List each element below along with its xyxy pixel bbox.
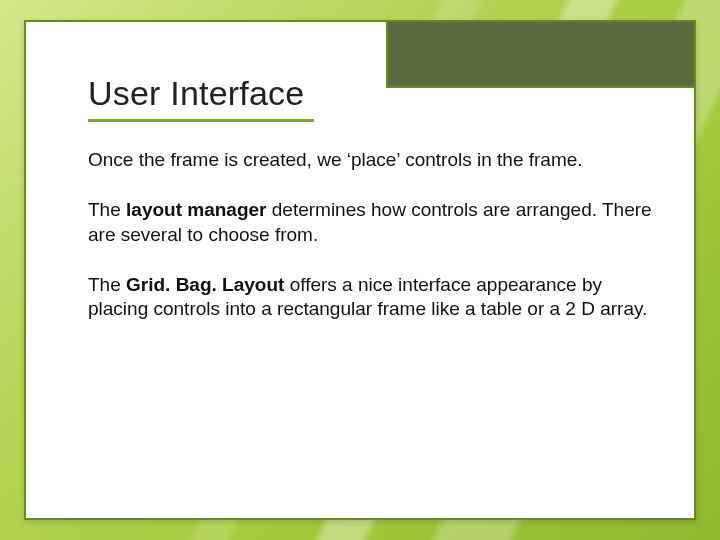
paragraph-3: The Grid. Bag. Layout offers a nice inte… (88, 273, 654, 322)
paragraph-2-pre: The (88, 199, 126, 220)
paragraph-1: Once the frame is created, we ‘place’ co… (88, 148, 654, 172)
paragraph-3-pre: The (88, 274, 126, 295)
paragraph-3-bold: Grid. Bag. Layout (126, 274, 284, 295)
slide-content: User Interface Once the frame is created… (88, 74, 654, 348)
paragraph-2-bold: layout manager (126, 199, 266, 220)
slide-card: User Interface Once the frame is created… (24, 20, 696, 520)
slide-title: User Interface (88, 74, 654, 113)
title-underline (88, 119, 314, 122)
paragraph-2: The layout manager determines how contro… (88, 198, 654, 247)
slide-body: Once the frame is created, we ‘place’ co… (88, 148, 654, 322)
